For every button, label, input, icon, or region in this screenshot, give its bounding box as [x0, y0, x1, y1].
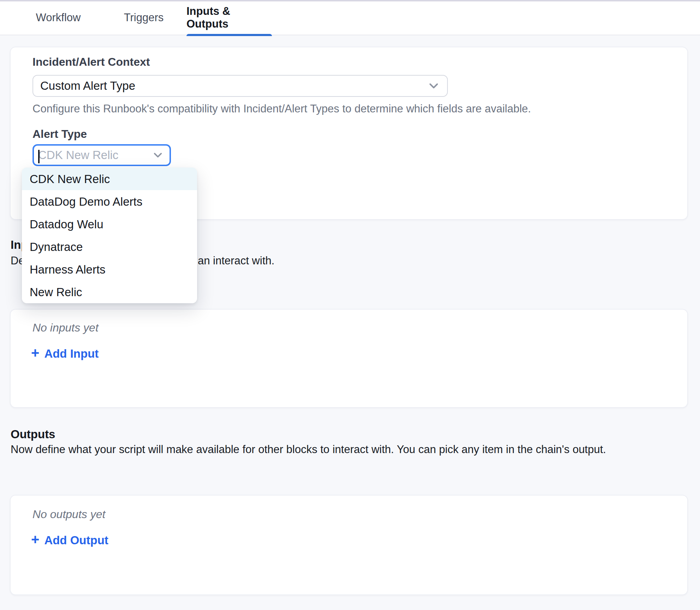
- outputs-empty-state: No outputs yet: [32, 508, 105, 521]
- add-input-button[interactable]: + Add Input: [31, 346, 99, 360]
- dropdown-option[interactable]: CDK New Relic: [22, 168, 197, 190]
- tab-workflow[interactable]: Workflow: [16, 0, 101, 35]
- alert-type-combobox[interactable]: [32, 144, 171, 166]
- plus-icon: +: [31, 532, 39, 546]
- tab-workflow-label: Workflow: [36, 11, 81, 24]
- tab-triggers[interactable]: Triggers: [101, 0, 186, 35]
- add-input-label: Add Input: [44, 347, 99, 360]
- dropdown-option[interactable]: Harness Alerts: [22, 258, 197, 281]
- chevron-down-icon: [429, 83, 439, 89]
- dropdown-option[interactable]: New Relic: [22, 281, 197, 303]
- inputs-empty-state: No inputs yet: [32, 322, 99, 334]
- context-select-value: Custom Alert Type: [40, 79, 429, 93]
- active-tab-underline: [186, 34, 272, 36]
- plus-icon: +: [31, 346, 39, 360]
- alert-type-label: Alert Type: [32, 128, 87, 141]
- context-helper-text: Configure this Runbook's compatibility w…: [32, 102, 531, 115]
- alert-type-dropdown-menu: CDK New Relic DataDog Demo Alerts Datado…: [22, 168, 197, 303]
- context-select[interactable]: Custom Alert Type: [32, 75, 448, 97]
- outputs-description: Now define what your script will make av…: [11, 443, 606, 456]
- add-output-button[interactable]: + Add Output: [31, 533, 108, 547]
- chevron-down-icon: [153, 152, 162, 158]
- tab-inputs-outputs-label: Inputs & Outputs: [186, 5, 272, 30]
- add-output-label: Add Output: [44, 533, 108, 547]
- runbook-config-screen: Workflow Triggers Inputs & Outputs Incid…: [0, 0, 700, 610]
- window-top-border: [0, 0, 700, 1]
- alert-type-input[interactable]: [38, 148, 153, 162]
- dropdown-option[interactable]: DataDog Demo Alerts: [22, 190, 197, 213]
- context-label: Incident/Alert Context: [32, 56, 150, 69]
- text-caret: [38, 150, 39, 163]
- inputs-description-fragment-end: an interact with.: [198, 254, 274, 267]
- tab-triggers-label: Triggers: [124, 11, 164, 24]
- outputs-card: No outputs yet + Add Output: [10, 495, 688, 595]
- dropdown-option[interactable]: Datadog Welu: [22, 213, 197, 235]
- tab-bar: Workflow Triggers Inputs & Outputs: [0, 0, 700, 35]
- inputs-card: No inputs yet + Add Input: [10, 309, 688, 408]
- tab-inputs-outputs[interactable]: Inputs & Outputs: [186, 0, 272, 35]
- dropdown-option[interactable]: Dynatrace: [22, 235, 197, 258]
- outputs-section-title: Outputs: [11, 428, 55, 441]
